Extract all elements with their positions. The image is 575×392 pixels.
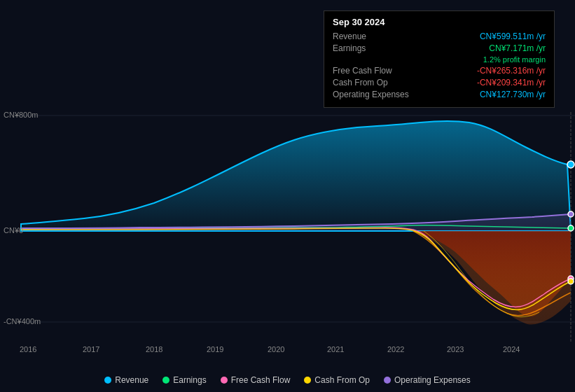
y-label-bot: -CN¥400m: [4, 317, 41, 326]
legend-dot-opex: [384, 377, 391, 384]
tooltip-row-fcf: Free Cash Flow -CN¥265.316m /yr: [333, 66, 546, 76]
tooltip: Sep 30 2024 Revenue CN¥599.511m /yr Earn…: [324, 10, 555, 108]
x-label-2021: 2021: [327, 345, 344, 354]
tooltip-label-fcf: Free Cash Flow: [333, 66, 392, 76]
legend-dot-fcf: [221, 377, 228, 384]
legend-label-revenue: Revenue: [115, 375, 148, 385]
y-label-mid: CN¥0: [4, 226, 23, 234]
x-label-2023: 2023: [447, 345, 464, 354]
tooltip-value-earnings: CN¥7.171m /yr: [489, 43, 546, 53]
legend-label-earnings: Earnings: [173, 375, 206, 385]
tooltip-value-cfo: -CN¥209.341m /yr: [477, 78, 546, 88]
legend-cfo[interactable]: Cash From Op: [304, 375, 370, 385]
tooltip-title: Sep 30 2024: [333, 17, 546, 27]
legend-earnings[interactable]: Earnings: [162, 375, 206, 385]
tooltip-row-cfo: Cash From Op -CN¥209.341m /yr: [333, 78, 546, 88]
x-label-2019: 2019: [207, 345, 223, 354]
x-label-2024: 2024: [503, 345, 520, 354]
legend-opex[interactable]: Operating Expenses: [384, 375, 471, 385]
legend-dot-earnings: [162, 377, 169, 384]
tooltip-label-cfo: Cash From Op: [333, 78, 388, 88]
x-label-2018: 2018: [146, 345, 162, 354]
legend-fcf[interactable]: Free Cash Flow: [221, 375, 291, 385]
tooltip-row-revenue: Revenue CN¥599.511m /yr: [333, 31, 546, 41]
tooltip-value-fcf: -CN¥265.316m /yr: [477, 66, 546, 76]
svg-point-5: [568, 225, 574, 231]
tooltip-row-opex: Operating Expenses CN¥127.730m /yr: [333, 90, 546, 99]
x-label-2022: 2022: [387, 345, 404, 354]
legend-label-fcf: Free Cash Flow: [231, 375, 291, 385]
tooltip-value-opex: CN¥127.730m /yr: [480, 90, 546, 99]
tooltip-value-revenue: CN¥599.511m /yr: [480, 31, 546, 41]
svg-point-4: [567, 161, 574, 168]
chart-container: CN¥800m CN¥0 -CN¥400m 2016 2017 2018 201…: [0, 0, 575, 392]
legend-dot-revenue: [104, 377, 111, 384]
tooltip-label-opex: Operating Expenses: [333, 90, 409, 99]
tooltip-label-revenue: Revenue: [333, 31, 366, 41]
x-label-2016: 2016: [20, 345, 36, 354]
tooltip-label-earnings: Earnings: [333, 43, 366, 53]
legend-revenue[interactable]: Revenue: [104, 375, 148, 385]
tooltip-row-earnings: Earnings CN¥7.171m /yr: [333, 43, 546, 53]
svg-point-8: [568, 279, 574, 284]
legend-dot-cfo: [304, 377, 311, 384]
legend-label-cfo: Cash From Op: [314, 375, 370, 385]
x-label-2017: 2017: [83, 345, 99, 354]
tooltip-margin: 1.2% profit margin: [333, 55, 546, 64]
x-label-2020: 2020: [268, 345, 284, 354]
legend: Revenue Earnings Free Cash Flow Cash Fro…: [0, 375, 575, 385]
legend-label-opex: Operating Expenses: [394, 375, 471, 385]
svg-point-6: [568, 211, 574, 217]
y-label-top: CN¥800m: [4, 111, 39, 119]
